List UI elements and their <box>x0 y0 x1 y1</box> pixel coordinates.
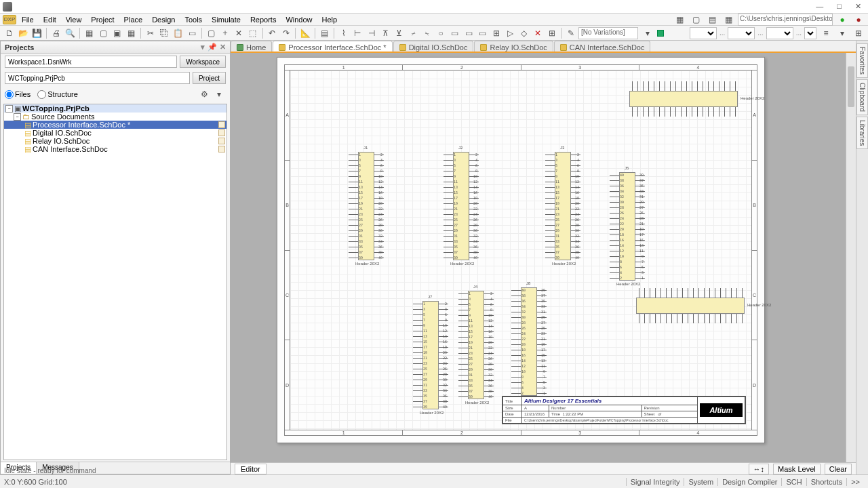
toolbar-button[interactable]: 📐 <box>298 27 311 39</box>
panel-dropdown-icon[interactable]: ▾ <box>201 43 205 52</box>
files-radio[interactable]: Files <box>5 90 31 99</box>
path-field[interactable]: C:\Users\chris.jennings\Desktop\Ex <box>738 14 833 26</box>
toolbar-button[interactable]: ○ <box>434 27 447 39</box>
status-link[interactable]: SCH <box>781 478 806 486</box>
small-select[interactable] <box>728 27 755 39</box>
schematic-canvas[interactable]: 1234 1234 ABCD ABCD J1123456789101112131… <box>231 53 856 474</box>
toolbar-button[interactable]: ⊞ <box>545 27 558 39</box>
toolbar-button[interactable]: ⊣ <box>365 27 378 39</box>
doc-tab[interactable]: Relay IO.SchDoc <box>474 41 553 52</box>
cut-button[interactable]: ✂ <box>144 27 157 39</box>
doc-tab[interactable]: CAN Interface.SchDoc <box>554 41 651 52</box>
toolbar-button[interactable]: ⌇ <box>337 27 350 39</box>
print-button[interactable]: 🖨 <box>50 27 62 39</box>
variations-dropdown[interactable]: [No Variations] <box>578 27 638 39</box>
menu-window[interactable]: Window <box>281 14 316 25</box>
toolbar-button[interactable]: ✕ <box>233 27 245 39</box>
status-link[interactable]: >> <box>846 478 864 486</box>
toolbar-button[interactable]: ▣ <box>111 27 123 39</box>
status-link[interactable]: Shortcuts <box>806 478 846 486</box>
tree-doc[interactable]: ▤ CAN Interface.SchDoc <box>4 145 226 153</box>
tree-doc[interactable]: ▤ Digital IO.SchDoc <box>4 129 226 137</box>
toolbar-button[interactable]: ⊻ <box>393 27 406 39</box>
toolbar-button[interactable]: ▢ <box>205 27 218 39</box>
menu-simulate[interactable]: Simulate <box>208 14 245 25</box>
toolbar-button[interactable]: ▢ <box>97 27 110 39</box>
preview-button[interactable]: 🔍 <box>64 27 77 39</box>
small-select[interactable] <box>690 27 717 39</box>
toolbar-button[interactable]: ▦ <box>722 14 735 26</box>
toolbar-button[interactable]: ⊢ <box>351 27 364 39</box>
doc-tab[interactable]: Home <box>231 41 272 52</box>
undo-button[interactable]: ↶ <box>266 27 279 39</box>
open-button[interactable]: 📂 <box>16 27 29 39</box>
mask-level-button[interactable]: Mask Level <box>773 464 821 474</box>
doc-tab[interactable]: Processor Interface.SchDoc * <box>273 41 392 52</box>
tree-folder[interactable]: −🗀 Source Documents <box>4 113 226 121</box>
doc-tab[interactable]: Digital IO.SchDoc <box>393 41 474 52</box>
panel-config-button[interactable]: ⚙ <box>197 88 211 100</box>
small-select[interactable] <box>766 27 793 39</box>
toolbar-button[interactable]: ⬚ <box>246 27 259 39</box>
menu-design[interactable]: Design <box>148 14 179 25</box>
toolbar-button[interactable]: ◇ <box>517 27 530 39</box>
panel-pin-icon[interactable]: 📌 <box>208 43 217 52</box>
toolbar-button[interactable]: ⊞ <box>852 27 865 39</box>
new-button[interactable]: 🗋 <box>3 27 16 39</box>
small-select[interactable] <box>804 27 816 39</box>
menu-edit[interactable]: Edit <box>39 14 60 25</box>
project-button[interactable]: Project <box>193 72 226 84</box>
toolbar-button[interactable]: ▤ <box>318 27 331 39</box>
menu-file[interactable]: File <box>18 14 38 25</box>
maximize-button[interactable]: □ <box>833 2 846 11</box>
side-tab-libraries[interactable]: Libraries <box>856 117 868 149</box>
toolbar-button[interactable]: ▾ <box>641 27 654 39</box>
toolbar-button[interactable]: ▤ <box>705 14 719 26</box>
toolbar-button[interactable]: ▦ <box>83 27 96 39</box>
panel-dropdown-button[interactable]: ▾ <box>212 88 226 100</box>
toolbar-button[interactable]: ⊞ <box>490 27 502 39</box>
tree-doc-selected[interactable]: ▤ Processor Interface.SchDoc * <box>4 121 226 129</box>
menu-view[interactable]: View <box>62 14 86 25</box>
toolbar-button[interactable]: ▦ <box>125 27 138 39</box>
close-button[interactable]: ✕ <box>851 2 865 11</box>
project-tree[interactable]: −▣ WCTopping.PrjPcb −🗀 Source Documents … <box>3 104 227 460</box>
dxp-button[interactable]: DXP <box>3 15 16 24</box>
status-link[interactable]: System <box>684 478 717 486</box>
side-tab-clipboard[interactable]: Clipboard <box>856 79 868 115</box>
go-button[interactable]: ● <box>835 14 849 26</box>
structure-radio[interactable]: Structure <box>37 90 78 99</box>
status-link[interactable]: Design Compiler <box>717 478 781 486</box>
toolbar-button[interactable]: ▢ <box>689 14 703 26</box>
menu-project[interactable]: Project <box>87 14 118 25</box>
toolbar-button[interactable]: ✕ <box>532 27 545 39</box>
paste-button[interactable]: 📋 <box>172 27 184 39</box>
toolbar-button[interactable]: ⊼ <box>379 27 392 39</box>
toolbar-button[interactable]: ⌿ <box>407 27 420 39</box>
tree-doc[interactable]: ▤ Relay IO.SchDoc <box>4 137 226 145</box>
clear-button[interactable]: Clear <box>825 464 852 474</box>
toolbar-button[interactable]: ＋ <box>218 27 231 39</box>
toolbar-button[interactable]: ▭ <box>476 27 489 39</box>
editor-tab[interactable]: Editor <box>235 464 267 474</box>
project-field[interactable] <box>5 72 190 84</box>
toolbar-button[interactable]: ≡ <box>819 27 833 39</box>
toolbar-button[interactable]: ▷ <box>504 27 517 39</box>
toolbar-button[interactable]: ▾ <box>835 27 849 39</box>
menu-place[interactable]: Place <box>120 14 147 25</box>
toolbar-button[interactable]: ✎ <box>564 27 577 39</box>
side-tab-favorites[interactable]: Favorites <box>856 43 868 78</box>
panel-close-icon[interactable]: ✕ <box>220 43 226 52</box>
menu-reports[interactable]: Reports <box>246 14 281 25</box>
vertical-scrollbar[interactable] <box>846 53 856 462</box>
menu-tools[interactable]: Tools <box>180 14 206 25</box>
arrows-button[interactable]: ↔↕ <box>749 464 770 474</box>
status-link[interactable]: Signal Integrity <box>626 478 684 486</box>
menu-help[interactable]: Help <box>318 14 342 25</box>
toolbar-button[interactable]: ▦ <box>673 14 686 26</box>
toolbar-button[interactable]: ▭ <box>448 27 461 39</box>
minimize-button[interactable]: — <box>812 2 827 11</box>
tree-project-root[interactable]: −▣ WCTopping.PrjPcb <box>4 104 226 113</box>
workspace-button[interactable]: Workspace <box>180 56 226 68</box>
stop-button[interactable]: ● <box>852 14 865 26</box>
